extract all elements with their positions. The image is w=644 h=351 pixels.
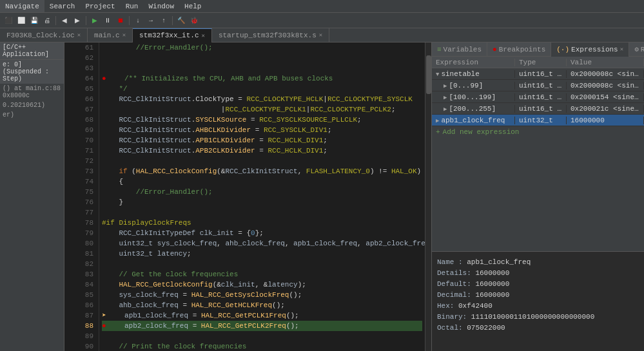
panel-tab-expressions-label: Expressions [571,46,618,53]
editor-scrollbar-thumb[interactable] [426,55,431,94]
panel-tab-expressions[interactable]: (·) Expressions ✕ [551,43,629,57]
detail-name-line: Name : apb1_clock_freq [437,257,639,268]
expr-apb1-type: uint32_t [515,117,567,124]
expr-sinetable-name: ▼sinetable [432,70,515,78]
toolbar-btn-fwd[interactable]: ▶ [72,15,83,26]
detail-details-value: 16000000 [475,269,509,277]
code-line-75: //Error_Handler(); [102,187,422,197]
menu-navigate[interactable]: Navigate [0,0,44,12]
toolbar-btn-run[interactable]: ▶ [89,15,101,26]
tab-stm32it[interactable]: stm32f3xx_it.c ✕ [133,28,212,43]
expr-200-255-value: 0x200021c <sinetable+400> [567,105,644,113]
expr-row-apb1[interactable]: ▶apb1_clock_freq uint32_t 16000000 [432,115,644,126]
tab-main[interactable]: main.c ✕ [88,28,133,43]
toolbar-btn-pause[interactable]: ⏸ [102,15,113,26]
expr-row-100-199[interactable]: ▶[100...199] uint16_t [100] 0x2000154 <s… [432,91,644,103]
detail-binary-label: Binary: [437,313,467,321]
detail-hex-line: Hex: 0xf42400 [437,301,639,312]
code-line-86: ahb_clock_freq = HAL_RCC_GetHCLKFreq(); [102,300,422,310]
code-line-65: */ [102,84,422,94]
toolbar-btn-back[interactable]: ◀ [59,15,70,26]
expr-sinetable-type: uint16_t [256] [515,70,567,78]
editor-scrollbar[interactable] [425,43,431,351]
expr-row-sinetable[interactable]: ▼sinetable uint16_t [256] 0x2000008c <si… [432,68,644,80]
100-199-expand-arrow: ▶ [444,94,447,101]
code-line-62 [102,53,422,63]
200-255-expand-arrow: ▶ [444,106,447,113]
code-container: 61 62 63 64 65 66 67 68 69 70 71 72 73 7… [64,43,431,351]
panel-tab-variables-label: Variables [444,46,482,53]
expr-col-value: Value [567,59,644,66]
panel-tab-registers[interactable]: ⚙ Registers [629,43,644,57]
code-line-80: uint32_t sys_clock_freq, ahb_clock_freq,… [102,238,422,249]
toolbar-btn-build[interactable]: 🔨 [175,15,187,26]
expr-100-199-type: uint16_t [100] [515,93,567,101]
add-expression-row[interactable]: + Add new expression [432,126,644,138]
code-line-67: |RCC_CLOCKTYPE_PCLK1|RCC_CLOCKTYPE_PCLK2… [102,104,422,115]
sidebar-item-main[interactable]: () at main.c:88 0x8000c [0,84,64,100]
detail-details-label: Details: [437,269,471,277]
expr-sinetable-value: 0x2000008c <sinetable> [567,70,644,78]
code-line-79: RCC_ClkInitTypeDef clk_init = {0}; [102,228,422,238]
sidebar-item-suspended[interactable]: e: 0] (Suspended : Step) [0,60,64,84]
menu-window[interactable]: Window [143,0,179,12]
detail-details-line: Details: 16000000 [437,268,639,279]
toolbar-sep-1 [55,16,56,25]
toolbar-btn-stop[interactable]: ⏹ [115,15,126,26]
tab-startup-label: startup_stm32f303k8tx.s [219,32,317,39]
tab-main-close[interactable]: ✕ [122,32,126,39]
tab-stm32it-close[interactable]: ✕ [202,32,205,39]
panel-tab-breakpoints-label: Breakpoints [499,46,546,53]
menu-project[interactable]: Project [80,0,120,12]
expr-col-expression: Expression [432,59,515,66]
toolbar-btn-print[interactable]: 🖨 [41,15,53,26]
tab-ioc-close[interactable]: ✕ [77,32,81,39]
code-content[interactable]: //Error_Handler(); ● /** Initializes the… [99,43,425,351]
toolbar-btn-1[interactable]: ⬛ [3,15,14,26]
editor-area: 61 62 63 64 65 66 67 68 69 70 71 72 73 7… [64,43,431,351]
toolbar-sep-3 [129,16,130,25]
expr-row-200-255[interactable]: ▶[200...255] uint16_t [56] 0x200021c <si… [432,103,644,115]
toolbar-btn-debug[interactable]: 🐞 [188,15,200,26]
panel-tab-breakpoints[interactable]: ● Breakpoints [487,43,551,57]
expr-0-99-type: uint16_t [100] [515,82,567,90]
expr-row-0-99[interactable]: ▶[0...99] uint16_t [100] 0x2000008c <sin… [432,80,644,91]
sidebar-item-er[interactable]: er) [0,110,64,120]
tab-ioc[interactable]: F303K8_Clock.ioc ✕ [0,28,88,43]
menu-help[interactable]: Help [179,0,206,12]
toolbar-btn-step-over[interactable]: → [145,15,157,26]
tab-ioc-label: F303K8_Clock.ioc [6,32,75,39]
code-line-69: RCC_ClkInitStruct.AHBCLKDivider = RCC_SY… [102,125,422,135]
registers-icon: ⚙ [634,45,639,53]
expr-apb1-name: ▶apb1_clock_freq [432,117,515,124]
add-expr-label: Add new expression [443,128,520,136]
menu-run[interactable]: Run [121,0,144,12]
toolbar-btn-save[interactable]: 💾 [28,15,40,26]
expr-0-99-name: ▶[0...99] [432,82,515,90]
menu-search[interactable]: Search [44,0,81,12]
code-line-74: { [102,176,422,187]
detail-octal-label: Octal: [437,324,463,332]
detail-octal-value: 075022000 [467,324,505,332]
toolbar-btn-step-return[interactable]: ↑ [158,15,170,26]
expr-100-199-value: 0x2000154 <sinetable+200> [567,93,644,101]
toolbar-btn-step-into[interactable]: ↓ [132,15,144,26]
code-line-64: ● /** Initializes the CPU, AHB and APB b… [102,73,422,84]
code-line-70: RCC_ClkInitStruct.APB1CLKDivider = RCC_H… [102,135,422,146]
code-line-89 [102,331,422,341]
detail-default-line: Default: 16000000 [437,279,639,290]
toolbar-btn-2[interactable]: ⬜ [15,15,27,26]
code-line-81: uint32_t latency; [102,249,422,259]
variable-detail-panel: Name : apb1_clock_freq Details: 16000000… [432,251,644,351]
variables-icon: ≡ [437,46,442,53]
sidebar-item-date[interactable]: 0.20210621) [0,100,64,110]
toolbar: ⬛ ⬜ 💾 🖨 ◀ ▶ ▶ ⏸ ⏹ ↓ → ↑ 🔨 🐞 [0,13,644,28]
code-line-77 [102,207,422,218]
tab-startup[interactable]: startup_stm32f303k8tx.s ✕ [212,28,329,43]
code-line-85: sys_clock_freq = HAL_RCC_GetSysClockFreq… [102,290,422,300]
code-line-76: } [102,197,422,207]
code-line-87: ➤ apb1_clock_freq = HAL_RCC_GetPCLK1Freq… [102,310,422,321]
tab-startup-close[interactable]: ✕ [319,32,322,39]
panel-tab-variables[interactable]: ≡ Variables [432,43,487,57]
panel-tab-expressions-close[interactable]: ✕ [620,46,623,53]
